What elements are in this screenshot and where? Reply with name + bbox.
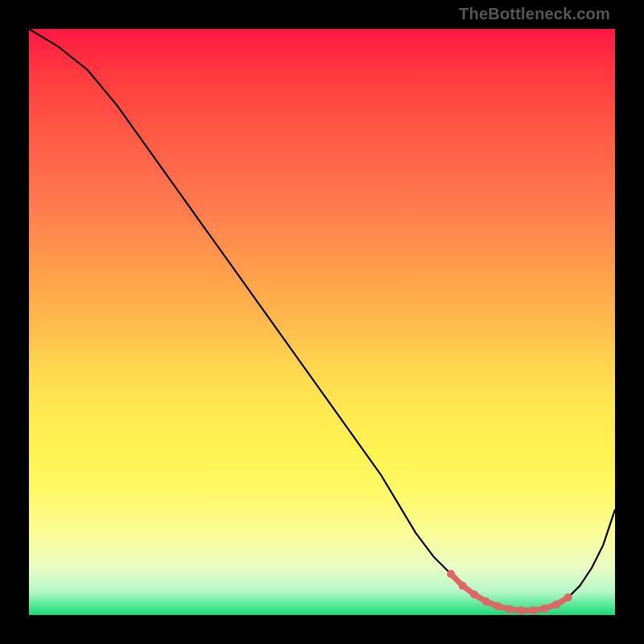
optimal-range-line <box>451 574 568 610</box>
optimal-range-dot <box>493 602 502 610</box>
optimal-range-dot <box>541 605 549 613</box>
watermark-text: TheBottleneck.com <box>459 5 610 23</box>
optimal-range-dot <box>482 597 490 605</box>
bottleneck-curve <box>29 29 615 610</box>
optimal-range-dot <box>564 593 572 601</box>
optimal-range-dot <box>447 570 455 578</box>
optimal-range-dot <box>506 605 514 613</box>
optimal-range-dot <box>529 606 537 614</box>
optimal-range-dot <box>518 606 526 614</box>
optimal-range-dot <box>470 591 478 599</box>
optimal-range-dot <box>459 582 467 590</box>
chart-frame <box>29 29 615 615</box>
chart-svg <box>29 29 615 615</box>
optimal-range-dot <box>552 601 560 609</box>
